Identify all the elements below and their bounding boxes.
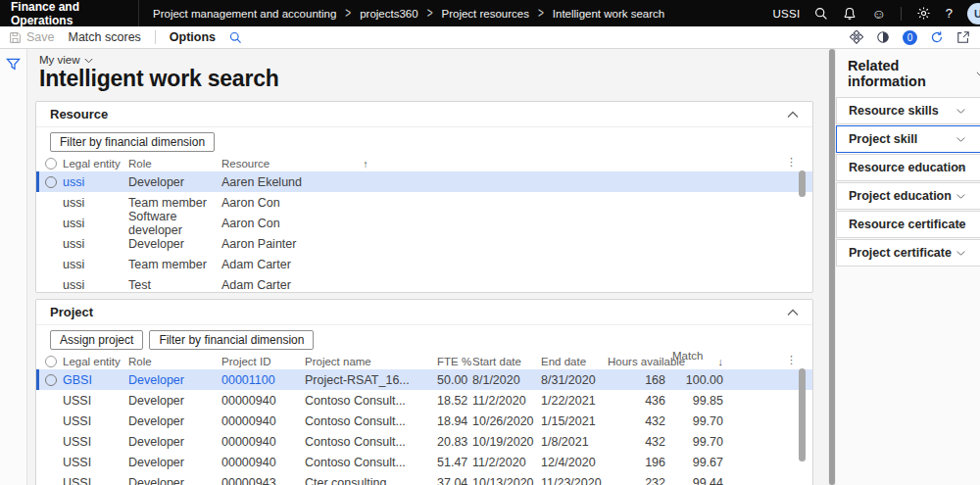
row-radio[interactable] [45, 176, 57, 188]
resource-row[interactable]: ussi Developer Aaren Ekelund [36, 171, 812, 192]
collapse-chevron-icon[interactable] [787, 309, 799, 316]
project-row[interactable]: USSI Developer 00000943 Cter consulting … [36, 472, 812, 485]
select-all-radio[interactable] [45, 356, 57, 367]
breadcrumb-area[interactable]: projects360 [360, 8, 417, 20]
project-row[interactable]: USSI Developer 00000940 Contoso Consult.… [36, 452, 812, 472]
cell-project-id[interactable]: 00000943 [221, 476, 305, 485]
breadcrumb-module[interactable]: Project management and accounting [153, 8, 336, 20]
help-icon[interactable]: ? [946, 6, 953, 21]
cell-project-id[interactable]: 00000940 [221, 435, 305, 449]
cell-legal-entity[interactable]: ussi [63, 258, 128, 271]
resource-section-header[interactable]: Resource [36, 102, 812, 127]
chevron-down-icon[interactable] [956, 250, 965, 256]
project-grid-scrollbar[interactable] [799, 368, 806, 461]
column-header-resource[interactable]: Resource [221, 158, 270, 170]
cell-legal-entity[interactable]: ussi [63, 175, 128, 189]
resource-row[interactable]: ussi Software developer Aaron Con [36, 213, 812, 233]
column-header-role[interactable]: Role [128, 356, 221, 367]
related-info-item[interactable]: Project certificate [836, 239, 980, 267]
column-header-project-name[interactable]: Project name [305, 356, 437, 367]
resource-row[interactable]: ussi Developer Aaron Painter [36, 233, 812, 254]
action-search-icon[interactable] [229, 31, 242, 44]
collapse-chevron-icon[interactable] [787, 111, 799, 119]
side-panel-icon[interactable] [876, 30, 890, 44]
column-header-legal-entity[interactable]: Legal entity [63, 356, 128, 367]
row-radio[interactable] [45, 374, 57, 386]
cell-legal-entity[interactable]: ussi [63, 217, 128, 230]
cell-legal-entity[interactable]: USSI [63, 435, 128, 449]
column-header-start-date[interactable]: Start date [465, 356, 537, 367]
project-row[interactable]: USSI Developer 00000940 Contoso Consult.… [36, 431, 812, 452]
assign-project-button[interactable]: Assign project [50, 330, 143, 350]
save-button[interactable]: Save [9, 30, 55, 44]
breadcrumb-section[interactable]: Project resources [441, 8, 528, 20]
resource-row[interactable]: ussi Team member Adam Carter [36, 254, 812, 274]
chevron-down-icon[interactable] [956, 136, 965, 142]
cell-legal-entity[interactable]: USSI [63, 456, 128, 469]
column-header-hours-available[interactable]: Hours available [608, 356, 672, 367]
breadcrumb-page[interactable]: Intelligent work search [553, 8, 664, 20]
column-header-end-date[interactable]: End date [537, 356, 608, 367]
save-icon [9, 31, 22, 44]
open-in-new-window-icon[interactable] [956, 30, 970, 44]
chevron-down-icon[interactable] [956, 221, 965, 227]
search-icon[interactable] [814, 7, 828, 21]
project-row[interactable]: USSI Developer 00000940 Contoso Consult.… [36, 411, 812, 431]
cell-project-id[interactable]: 00000940 [221, 456, 305, 469]
chevron-down-icon[interactable] [956, 193, 965, 199]
page-scrollbar-thumb[interactable] [829, 49, 835, 485]
user-avatar[interactable]: U [967, 3, 980, 24]
cell-legal-entity[interactable]: USSI [63, 414, 128, 428]
project-row[interactable]: GBSI Developer 00001100 Project-RSAT_16.… [36, 369, 812, 390]
bell-icon[interactable] [843, 7, 857, 21]
filter-funnel-icon[interactable] [6, 57, 21, 72]
options-tab[interactable]: Options [170, 30, 216, 44]
resource-grid-scrollbar[interactable] [799, 170, 806, 197]
related-info-item-label: Resource certificate [849, 218, 966, 231]
chevron-down-icon[interactable] [956, 108, 965, 114]
resource-row[interactable]: ussi Test Adam Carter [36, 274, 812, 293]
performance-icon[interactable] [850, 30, 863, 44]
app-name[interactable]: Finance and Operations [0, 0, 139, 26]
cell-project-id[interactable]: 00000940 [221, 394, 305, 408]
column-header-legal-entity[interactable]: Legal entity [63, 158, 128, 170]
chevron-icon[interactable] [976, 71, 980, 77]
select-all-radio[interactable] [45, 158, 57, 170]
project-section-header[interactable]: Project [36, 300, 812, 325]
match-scores-button[interactable]: Match scores [69, 30, 141, 44]
company-picker[interactable]: USSI [772, 8, 800, 20]
project-row[interactable]: USSI Developer 00000940 Contoso Consult.… [36, 390, 812, 411]
settings-gear-icon[interactable] [916, 6, 931, 21]
cell-fte: 18.52 [437, 394, 465, 408]
grid-more-options-icon[interactable]: ⋮ [786, 156, 797, 169]
cell-legal-entity[interactable]: USSI [63, 394, 128, 408]
cell-hours-available: 432 [608, 435, 672, 449]
grid-more-options-icon[interactable]: ⋮ [786, 354, 797, 366]
cell-project-id[interactable]: 00001100 [221, 373, 305, 387]
cell-legal-entity[interactable]: ussi [63, 237, 128, 251]
related-info-item[interactable]: Resource certificate [836, 211, 980, 238]
message-center-badge[interactable]: 0 [903, 30, 917, 45]
feedback-icon[interactable]: ☺ [871, 7, 885, 21]
resource-grid-header[interactable]: Legal entity Role Resource ↑ ⋮ [36, 156, 812, 171]
refresh-icon[interactable] [930, 30, 944, 44]
chevron-down-icon[interactable] [956, 165, 965, 170]
cell-legal-entity[interactable]: ussi [63, 278, 128, 292]
cell-legal-entity[interactable]: USSI [63, 476, 128, 485]
filter-by-financial-dimension-button[interactable]: Filter by financial dimension [50, 132, 215, 152]
cell-legal-entity[interactable]: GBSI [63, 373, 128, 387]
cell-project-id[interactable]: 00000940 [221, 414, 305, 428]
filter-by-financial-dimension-button[interactable]: Filter by financial dimension [149, 330, 314, 350]
cell-legal-entity[interactable]: ussi [63, 196, 128, 210]
related-info-item[interactable]: Project education [836, 182, 980, 210]
related-info-item[interactable]: Resource skills [836, 97, 980, 124]
page-scrollbar[interactable] [828, 49, 836, 485]
related-info-item[interactable]: Project skill [836, 125, 980, 153]
column-header-role[interactable]: Role [128, 158, 221, 170]
column-header-project-id[interactable]: Project ID [221, 356, 305, 367]
project-grid-header[interactable]: Legal entity Role Project ID Project nam… [36, 354, 812, 369]
chevron-right-icon: > [538, 6, 544, 21]
view-selector[interactable]: My view [39, 54, 93, 66]
related-info-item[interactable]: Resource education [836, 154, 980, 181]
column-header-fte[interactable]: FTE % [437, 356, 465, 367]
